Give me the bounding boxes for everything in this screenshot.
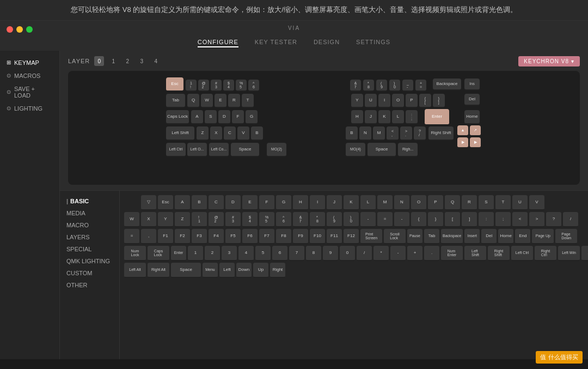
grid-key-enter2[interactable]: Enter [171, 246, 186, 261]
grid-key-rbracket[interactable]: ] [462, 212, 477, 227]
grid-key-num5[interactable]: %5 [259, 212, 274, 227]
grid-key-n2[interactable]: 2 [205, 246, 220, 261]
sidebar-item-macros[interactable]: ⊙ MACROS [0, 69, 59, 82]
grid-key-menu[interactable]: Menu [203, 263, 218, 278]
grid-key-tab[interactable]: Tab [424, 229, 439, 244]
grid-key-h[interactable]: H [293, 195, 308, 210]
cat-layers[interactable]: LAYERS [60, 231, 119, 243]
key-lalt[interactable]: Left Co... [209, 143, 229, 157]
grid-key-f12[interactable]: F12 [344, 229, 359, 244]
grid-key-w[interactable]: W [124, 212, 139, 227]
grid-key-v[interactable]: V [529, 195, 544, 210]
key-s[interactable]: S [205, 110, 217, 124]
grid-key-f[interactable]: F [259, 195, 274, 210]
key-f[interactable]: F [232, 110, 244, 124]
grid-key-n8[interactable]: 8 [306, 246, 321, 261]
grid-key-g[interactable]: G [276, 195, 291, 210]
tab-configure[interactable]: CONFIGURE [198, 38, 238, 47]
key-semicolon[interactable]: :; [406, 110, 418, 124]
key-t[interactable]: T [242, 94, 254, 108]
grid-key-p[interactable]: P [428, 195, 443, 210]
grid-key-lctrl2[interactable]: Left Ctrl [511, 246, 533, 261]
grid-key-num2[interactable]: @2 [209, 212, 224, 227]
key-x[interactable]: X [210, 126, 222, 141]
key-lwin[interactable]: Left O... [187, 143, 207, 157]
grid-key-left[interactable]: Left [219, 263, 235, 278]
layer-btn-1[interactable]: 1 [108, 56, 118, 66]
grid-key-k[interactable]: K [344, 195, 359, 210]
key-rshift[interactable]: Right Shift [428, 126, 454, 141]
grid-key-f8[interactable]: F8 [276, 229, 291, 244]
grid-key-n9[interactable]: 9 [323, 246, 338, 261]
grid-key-home[interactable]: Home [498, 229, 513, 244]
grid-key-z[interactable]: Z [175, 212, 190, 227]
grid-key-n4[interactable]: 4 [238, 246, 254, 261]
key-backspace[interactable]: Backspace [433, 78, 461, 90]
grid-key-s[interactable]: S [479, 195, 494, 210]
grid-key-lalt[interactable]: Left Alt [124, 263, 146, 278]
grid-key-rctrl2[interactable]: RightCtrl [535, 246, 556, 261]
cat-special[interactable]: SPECIAL [60, 243, 119, 255]
grid-key-insert[interactable]: Insert [464, 229, 480, 244]
grid-key-q[interactable]: Q [445, 195, 460, 210]
key-rbrace[interactable]: }] [433, 94, 445, 108]
key-i[interactable]: I [378, 94, 390, 108]
key-6[interactable]: ^6 [248, 80, 259, 92]
cat-media[interactable]: MEDIA [60, 207, 119, 219]
key-arr-right-small[interactable]: ▶ [457, 137, 468, 148]
grid-key-j[interactable]: J [327, 195, 342, 210]
grid-key-n0[interactable]: 0 [340, 246, 355, 261]
grid-key-d[interactable]: D [225, 195, 241, 210]
grid-key-ndot[interactable]: . [424, 246, 439, 261]
grid-key-num9[interactable]: (9 [327, 212, 342, 227]
keychron-btn[interactable]: KEYCHRON V8 ▾ [518, 56, 580, 66]
grid-key-n3[interactable]: 3 [222, 246, 237, 261]
grid-key-f11[interactable]: F11 [327, 229, 342, 244]
grid-key-end[interactable]: End [515, 229, 530, 244]
grid-key-l[interactable]: L [360, 195, 376, 210]
key-arr-right2[interactable]: ▶ [470, 137, 481, 148]
grid-key-f10[interactable]: F10 [310, 229, 325, 244]
grid-key-eq[interactable]: = [124, 229, 139, 244]
key-mo2[interactable]: MO(2) [267, 143, 286, 157]
grid-key-f1[interactable]: F1 [158, 229, 173, 244]
grid-key-nslash[interactable]: / [357, 246, 372, 261]
grid-key-nenter[interactable]: NumEnter [441, 246, 463, 261]
grid-key-num8[interactable]: *8 [310, 212, 325, 227]
grid-key-num1[interactable]: !1 [192, 212, 207, 227]
grid-key-u[interactable]: U [512, 195, 528, 210]
grid-key-right[interactable]: Right [270, 263, 285, 278]
grid-key-f4[interactable]: F4 [209, 229, 224, 244]
grid-key-lshift2[interactable]: LeftShift [464, 246, 486, 261]
key-n[interactable]: N [359, 126, 371, 141]
grid-key-c[interactable]: C [209, 195, 224, 210]
key-b-left[interactable]: B [251, 126, 263, 141]
key-y[interactable]: Y [351, 94, 363, 108]
grid-key-f5[interactable]: F5 [225, 229, 241, 244]
key-w[interactable]: W [201, 94, 213, 108]
grid-key-num4[interactable]: $4 [242, 212, 258, 227]
key-lbrace[interactable]: {[ [419, 94, 431, 108]
key-8[interactable]: *8 [363, 80, 374, 92]
key-z[interactable]: Z [197, 126, 209, 141]
grid-key-lt[interactable]: < [512, 212, 528, 227]
key-e[interactable]: E [215, 94, 226, 108]
grid-key-num3[interactable]: #3 [225, 212, 241, 227]
cat-other[interactable]: OTHER [60, 279, 119, 291]
grid-key-space[interactable]: Space [171, 263, 201, 278]
key-d[interactable]: D [218, 110, 230, 124]
key-equal[interactable]: += [415, 80, 426, 92]
grid-key-nstar[interactable]: * [373, 246, 389, 261]
key-3[interactable]: #3 [211, 80, 222, 92]
grid-key-f9[interactable]: F9 [293, 229, 308, 244]
grid-key-n1[interactable]: 1 [188, 246, 203, 261]
grid-key-lwin2[interactable]: Left Win [558, 246, 580, 261]
key-comma[interactable]: <, [387, 126, 399, 141]
grid-key-n7[interactable]: 7 [289, 246, 304, 261]
grid-key-lbracket[interactable]: [ [445, 212, 460, 227]
key-c[interactable]: C [224, 126, 236, 141]
grid-key-i[interactable]: I [310, 195, 325, 210]
grid-key-lbrace[interactable]: { [411, 212, 426, 227]
key-4[interactable]: $4 [223, 80, 234, 92]
grid-key-rwin2[interactable]: RightWin [581, 246, 588, 261]
